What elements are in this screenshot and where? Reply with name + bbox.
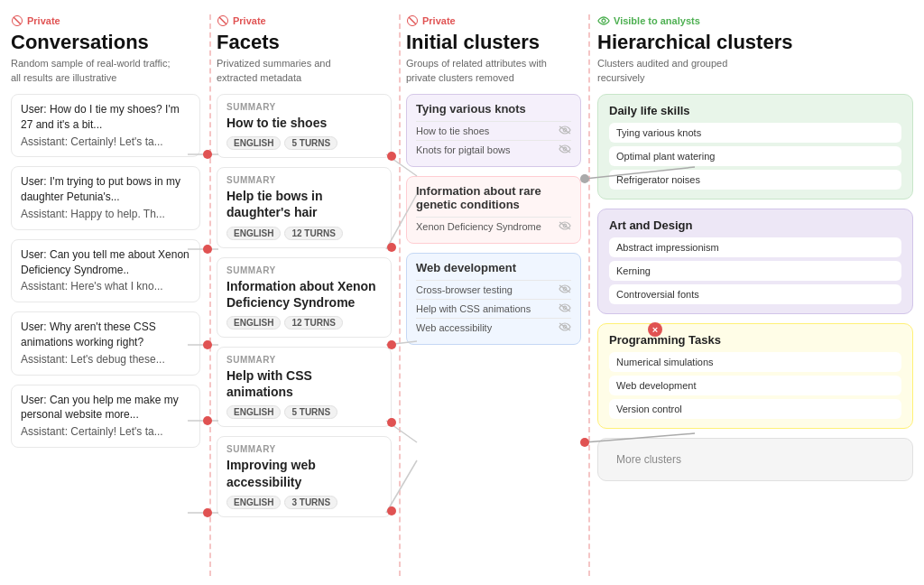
clusters-cards: Tying various knots How to tie shoes Kno… <box>406 94 581 576</box>
eye-slash-icon-6 <box>559 321 571 334</box>
col-clusters: Private Initial clusters Groups of relat… <box>399 14 588 576</box>
facets-privacy-badge: Private <box>217 14 392 27</box>
facet-card-4[interactable]: SUMMARY Help with CSS animations ENGLISH… <box>217 347 392 427</box>
facets-title: Facets <box>217 31 392 53</box>
svg-line-5 <box>409 17 416 24</box>
facet-5-title: Improving web accessibility <box>226 457 382 489</box>
conv-card-2[interactable]: User: I'm trying to put bows in my daugh… <box>11 166 200 229</box>
svg-point-18 <box>602 19 605 23</box>
conv-1-user: User: How do I tie my shoes? I'm 27 and … <box>21 102 190 133</box>
facet-2-title: Help tie bows in daughter's hair <box>226 188 382 220</box>
hcluster-group-programming[interactable]: Programming Tasks Numerical simulations … <box>597 323 913 429</box>
conv-card-1[interactable]: User: How do I tie my shoes? I'm 27 and … <box>11 94 200 157</box>
eye-slash-icon-5 <box>559 302 571 315</box>
facet-3-label: SUMMARY <box>226 265 382 275</box>
svg-line-1 <box>14 17 21 24</box>
facet-3-tag-lang: ENGLISH <box>226 316 281 330</box>
facet-2-tags: ENGLISH 12 TURNS <box>226 227 382 240</box>
conv-card-3[interactable]: User: Can you tell me about Xenon Defici… <box>11 239 200 302</box>
facet-2-label: SUMMARY <box>226 175 382 185</box>
conv-3-user: User: Can you tell me about Xenon Defici… <box>21 247 190 278</box>
clusters-subtitle: Groups of related attributes withprivate… <box>406 57 581 85</box>
hcluster-programming-item-1: Numerical simulations <box>609 352 901 372</box>
conv-4-user: User: Why aren't these CSS animations wo… <box>21 320 190 350</box>
eye-slash-icon-2 <box>559 144 571 156</box>
conv-2-assistant: Assistant: Happy to help. Th... <box>21 207 190 222</box>
facet-4-title: Help with CSS animations <box>226 367 382 400</box>
facet-5-label: SUMMARY <box>226 444 382 454</box>
conversations-header: Private Conversations Random sample of r… <box>11 14 200 85</box>
conv-1-assistant: Assistant: Certainly! Let's ta... <box>21 135 190 150</box>
eye-slash-icon-1 <box>559 125 571 137</box>
cluster-3-item-2: Help with CSS animations <box>416 299 571 318</box>
conv-card-5[interactable]: User: Can you help me make my personal w… <box>11 385 200 448</box>
facets-subtitle: Privatized summaries andextracted metada… <box>217 57 392 85</box>
facets-private-icon <box>217 14 229 27</box>
cluster-card-1[interactable]: Tying various knots How to tie shoes Kno… <box>406 94 581 167</box>
hcluster-group-daily[interactable]: Daily life skills Tying various knots Op… <box>597 94 913 200</box>
hierarchical-cards: Daily life skills Tying various knots Op… <box>597 94 913 576</box>
conv-5-user: User: Can you help me make my personal w… <box>21 393 190 423</box>
facet-card-5[interactable]: SUMMARY Improving web accessibility ENGL… <box>217 436 392 516</box>
conv-3-assistant: Assistant: Here's what I kno... <box>21 279 190 294</box>
visible-icon <box>597 14 610 27</box>
facet-4-tags: ENGLISH 5 TURNS <box>226 405 382 419</box>
facet-3-tags: ENGLISH 12 TURNS <box>226 316 382 330</box>
facets-cards: SUMMARY How to tie shoes ENGLISH 5 TURNS… <box>217 94 392 576</box>
hierarchical-privacy-badge: Visible to analysts <box>597 14 913 27</box>
hcluster-programming-item-3: Version control <box>609 399 901 419</box>
col-hierarchical: Visible to analysts Hierarchical cluster… <box>588 14 913 576</box>
more-clusters-label: More clusters <box>609 448 901 471</box>
cluster-2-item-1: Xenon Deficiency Syndrome <box>416 217 571 236</box>
conv-5-assistant: Assistant: Certainly! Let's ta... <box>21 424 190 440</box>
conv-4-assistant: Assistant: Let's debug these... <box>21 352 190 367</box>
cluster-1-item-2: Knots for pigtail bows <box>416 140 571 159</box>
cluster-3-item-1: Cross-browser testing <box>416 280 571 299</box>
facet-2-tag-turns: 12 TURNS <box>284 227 342 240</box>
facet-5-tags: ENGLISH 3 TURNS <box>226 496 382 509</box>
hcluster-daily-item-2: Optimal plant watering <box>609 146 901 166</box>
hierarchical-title: Hierarchical clusters <box>597 31 913 53</box>
cluster-card-2[interactable]: Information about rare genetic condition… <box>406 176 581 244</box>
cluster-2-title: Information about rare genetic condition… <box>416 184 571 211</box>
facet-1-tag-turns: 5 TURNS <box>284 136 337 150</box>
hcluster-daily-title: Daily life skills <box>609 104 901 117</box>
cluster-1-item-1: How to tie shoes <box>416 121 571 140</box>
hcluster-programming-item-2: Web development <box>609 376 901 395</box>
hcluster-daily-item-1: Tying various knots <box>609 123 901 143</box>
clusters-header: Private Initial clusters Groups of relat… <box>406 14 581 85</box>
facet-card-3[interactable]: SUMMARY Information about Xenon Deficien… <box>217 257 392 338</box>
facet-2-tag-lang: ENGLISH <box>226 227 281 240</box>
hcluster-art-item-2: Kerning <box>609 261 901 281</box>
eye-slash-icon-3 <box>559 220 571 233</box>
hcluster-art-title: Art and Design <box>609 218 901 232</box>
facet-1-tag-lang: ENGLISH <box>226 136 281 150</box>
facet-card-1[interactable]: SUMMARY How to tie shoes ENGLISH 5 TURNS <box>217 94 392 158</box>
hcluster-daily-item-3: Refrigerator noises <box>609 170 901 190</box>
facet-5-tag-lang: ENGLISH <box>226 496 281 509</box>
facet-card-2[interactable]: SUMMARY Help tie bows in daughter's hair… <box>217 167 392 247</box>
facet-1-label: SUMMARY <box>226 102 382 112</box>
hcluster-art-item-1: Abstract impressionism <box>609 237 901 257</box>
hcluster-art-item-3: Controversial fonts <box>609 284 901 304</box>
facet-4-tag-turns: 5 TURNS <box>284 405 337 419</box>
hcluster-group-more[interactable]: More clusters <box>597 438 913 481</box>
page: Private Conversations Random sample of r… <box>0 0 924 585</box>
conv-card-4[interactable]: User: Why aren't these CSS animations wo… <box>11 311 200 375</box>
cluster-3-title: Web development <box>416 261 571 274</box>
conversations-cards: User: How do I tie my shoes? I'm 27 and … <box>11 94 200 576</box>
hcluster-group-art[interactable]: Art and Design Abstract impressionism Ke… <box>597 209 913 314</box>
cluster-card-3[interactable]: Web development Cross-browser testing He… <box>406 253 581 345</box>
hcluster-programming-title: Programming Tasks <box>609 333 901 347</box>
facet-5-tag-turns: 3 TURNS <box>284 496 337 509</box>
col-facets: Private Facets Privatized summaries ande… <box>209 14 399 576</box>
eye-slash-icon-4 <box>559 283 571 296</box>
facet-3-title: Information about Xenon Deficiency Syndr… <box>226 278 382 311</box>
clusters-privacy-badge: Private <box>406 14 581 27</box>
conv-2-user: User: I'm trying to put bows in my daugh… <box>21 174 190 205</box>
conversations-subtitle: Random sample of real-world traffic;all … <box>11 57 200 85</box>
facets-header: Private Facets Privatized summaries ande… <box>217 14 392 85</box>
hierarchical-header: Visible to analysts Hierarchical cluster… <box>597 14 913 85</box>
facet-1-title: How to tie shoes <box>226 115 382 131</box>
clusters-private-icon <box>406 14 419 27</box>
